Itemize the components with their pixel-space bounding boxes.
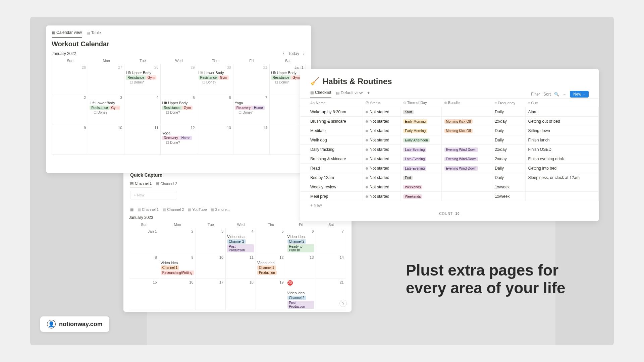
habit-name[interactable]: Meal prep bbox=[300, 192, 363, 201]
habit-frequency[interactable]: Daily bbox=[492, 107, 525, 117]
habit-time[interactable]: Weekends bbox=[400, 192, 441, 201]
calendar-cell[interactable]: 14 bbox=[316, 254, 346, 279]
habit-bundle[interactable]: Evening Wind-Down bbox=[441, 164, 492, 173]
habit-bundle[interactable] bbox=[441, 135, 492, 145]
calendar-cell[interactable]: 11 bbox=[226, 254, 256, 279]
view-tab[interactable]: ▦ Calendar view bbox=[52, 30, 82, 38]
habit-cue[interactable] bbox=[525, 192, 599, 201]
event-done-checkbox[interactable]: ☐ Done? bbox=[162, 111, 195, 114]
habit-frequency[interactable]: 2x/day bbox=[492, 154, 525, 164]
habit-bundle[interactable] bbox=[441, 182, 492, 192]
watermark[interactable]: 👤 notionway.com bbox=[40, 316, 109, 332]
habit-bundle[interactable] bbox=[441, 107, 492, 117]
event-title[interactable]: Lift Upper Body bbox=[126, 71, 159, 75]
calendar-cell[interactable]: 30Lift Lower BodyResistanceGym☐ Done? bbox=[197, 64, 233, 94]
calendar-cell[interactable]: 10 bbox=[88, 124, 124, 155]
habit-status[interactable]: Not started bbox=[363, 135, 400, 145]
habit-bundle[interactable]: Morning Kick-Off bbox=[441, 126, 492, 135]
table-row[interactable]: Weekly reviewNot startedWeekends1x/week bbox=[300, 182, 599, 192]
calendar-cell[interactable]: 9Video ideaChannel 1Researching/Writing bbox=[159, 254, 196, 279]
calendar-cell[interactable]: 28Lift Upper BodyResistanceGym☐ Done? bbox=[124, 64, 161, 94]
event-done-checkbox[interactable]: ☐ Done? bbox=[235, 111, 268, 114]
calendar-cell[interactable]: 15 bbox=[129, 279, 159, 310]
next-month-icon[interactable]: › bbox=[302, 51, 306, 56]
event-done-checkbox[interactable]: ☐ Done? bbox=[126, 80, 159, 84]
calendar-cell[interactable]: 8 bbox=[129, 254, 159, 279]
habit-status[interactable]: Not started bbox=[363, 117, 400, 126]
calendar-cell[interactable]: Jan 1 bbox=[129, 228, 159, 254]
habit-name[interactable]: Weekly review bbox=[300, 182, 363, 192]
event-title[interactable]: Video idea bbox=[257, 261, 284, 265]
habits-tab[interactable]: ▤ Checklist bbox=[310, 90, 331, 98]
calendar-cell[interactable]: 4Video ideaChannel 2Post-Production bbox=[226, 228, 256, 254]
calendar-cell[interactable]: 3 bbox=[196, 228, 226, 254]
habit-status[interactable]: Not started bbox=[363, 173, 400, 182]
column-header[interactable]: ≡Cue bbox=[525, 99, 599, 107]
content-view-tab[interactable]: ▦Channel 2 bbox=[163, 207, 184, 212]
calendar-cell[interactable]: 2 bbox=[52, 94, 88, 124]
habit-frequency[interactable]: Daily bbox=[492, 135, 525, 145]
habit-name[interactable]: Bed by 12am bbox=[300, 173, 363, 182]
calendar-icon[interactable]: ▦ bbox=[130, 207, 133, 212]
column-header[interactable]: ≡Frequency bbox=[492, 99, 525, 107]
habit-name[interactable]: Read bbox=[300, 164, 363, 173]
calendar-cell[interactable]: 27 bbox=[88, 64, 124, 94]
content-tab[interactable]: ▤ Channel 1 bbox=[130, 181, 152, 187]
calendar-cell[interactable]: 5Lift Upper BodyResistanceGym☐ Done? bbox=[161, 94, 197, 124]
habit-time[interactable]: Early Afternoon bbox=[400, 135, 441, 145]
event-title[interactable]: Lift Lower Body bbox=[199, 71, 232, 75]
table-row[interactable]: MeditateNot startedEarly MorningMorning … bbox=[300, 126, 599, 135]
habit-name[interactable]: Brushing & skincare bbox=[300, 154, 363, 164]
habit-status[interactable]: Not started bbox=[363, 145, 400, 154]
habit-frequency[interactable]: 1x/week bbox=[492, 192, 525, 201]
habit-cue[interactable]: Finish lunch bbox=[525, 135, 599, 145]
calendar-cell[interactable]: 31 bbox=[233, 64, 270, 94]
table-row[interactable]: ReadNot startedLate-EveningEvening Wind-… bbox=[300, 164, 599, 173]
habit-status[interactable]: Not started bbox=[363, 126, 400, 135]
habit-cue[interactable]: Getting out of bed bbox=[525, 117, 599, 126]
table-row[interactable]: Wake-up by 8:30amNot startedStartDailyAl… bbox=[300, 107, 599, 117]
more-icon[interactable]: ⋯ bbox=[562, 92, 567, 97]
habit-name[interactable]: Walk dog bbox=[300, 135, 363, 145]
quick-capture-new[interactable]: + New bbox=[130, 191, 177, 199]
table-row[interactable]: Meal prepNot startedWeekends1x/week bbox=[300, 192, 599, 201]
habit-cue[interactable]: Finish OSED bbox=[525, 145, 599, 154]
calendar-cell[interactable]: 16 bbox=[159, 279, 196, 310]
habit-cue[interactable]: Sitting down bbox=[525, 126, 599, 135]
sort-button[interactable]: Sort bbox=[543, 92, 551, 97]
event-title[interactable]: Video idea bbox=[287, 235, 315, 239]
calendar-cell[interactable]: 10 bbox=[196, 254, 226, 279]
event-title[interactable]: Lift Upper Body bbox=[162, 101, 195, 105]
column-header[interactable]: ⦿Status bbox=[363, 99, 400, 107]
calendar-cell[interactable]: 11 bbox=[124, 124, 161, 155]
habit-bundle[interactable]: Evening Wind-Down bbox=[441, 145, 492, 154]
event-title[interactable]: Yoga bbox=[162, 131, 195, 135]
add-view-icon[interactable]: + bbox=[367, 90, 370, 98]
content-tab[interactable]: ▤ Channel 2 bbox=[156, 181, 177, 187]
calendar-cell[interactable]: 4 bbox=[124, 94, 161, 124]
habit-status[interactable]: Not started bbox=[363, 182, 400, 192]
habit-bundle[interactable] bbox=[441, 192, 492, 201]
calendar-cell[interactable]: 9 bbox=[52, 124, 88, 155]
new-button[interactable]: New bbox=[570, 91, 589, 98]
habit-frequency[interactable]: 1x/week bbox=[492, 182, 525, 192]
habit-name[interactable]: Daily tracking bbox=[300, 145, 363, 154]
calendar-cell[interactable]: 19 bbox=[256, 279, 286, 310]
help-icon[interactable]: ? bbox=[339, 300, 347, 307]
calendar-cell[interactable]: 20Video ideaChannel 2Post-Production bbox=[286, 279, 316, 310]
calendar-cell[interactable]: 17 bbox=[196, 279, 226, 310]
table-row[interactable]: Walk dogNot startedEarly AfternoonDailyF… bbox=[300, 135, 599, 145]
prev-month-icon[interactable]: ‹ bbox=[282, 51, 286, 56]
habit-status[interactable]: Not started bbox=[363, 192, 400, 201]
calendar-cell[interactable]: 2 bbox=[159, 228, 196, 254]
filter-button[interactable]: Filter bbox=[531, 92, 540, 97]
habit-cue[interactable]: Finish evening drink bbox=[525, 154, 599, 164]
calendar-cell[interactable]: 12Video ideaChannel 1Production bbox=[256, 254, 286, 279]
habit-bundle[interactable] bbox=[441, 173, 492, 182]
column-header[interactable]: ⊕Bundle bbox=[441, 99, 492, 107]
habit-frequency[interactable]: 2x/day bbox=[492, 117, 525, 126]
habit-frequency[interactable]: Daily bbox=[492, 173, 525, 182]
calendar-cell[interactable]: 18 bbox=[226, 279, 256, 310]
calendar-cell[interactable]: 14 bbox=[233, 124, 270, 155]
calendar-cell[interactable]: 29 bbox=[161, 64, 197, 94]
